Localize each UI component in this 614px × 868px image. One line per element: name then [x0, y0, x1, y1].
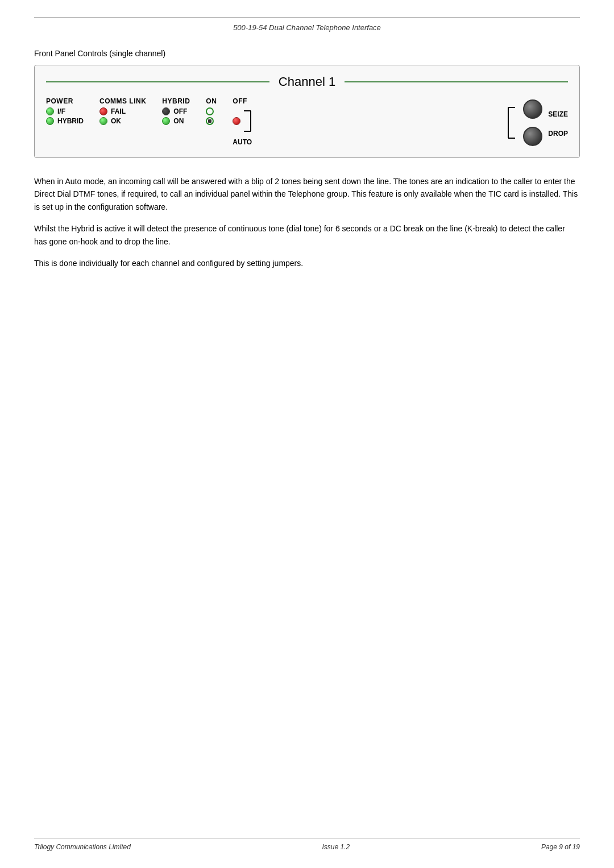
comms-link-group: COMMS LINK FAIL OK: [99, 97, 146, 127]
seize-label: SEIZE: [548, 110, 568, 118]
off-led-row: AUTO: [233, 109, 254, 146]
hybrid-group: HYBRID OFF ON: [162, 97, 190, 127]
power-group: POWER I/F HYBRID: [46, 97, 84, 127]
power-if-row: I/F: [46, 107, 65, 115]
on-group: ON: [206, 97, 217, 127]
footer-center: Issue 1.2: [322, 843, 350, 851]
comms-fail-label: FAIL: [111, 107, 126, 115]
off-led: [233, 117, 240, 125]
auto-label: AUTO: [233, 138, 252, 146]
footer-right: Page 9 of 19: [541, 843, 580, 851]
body-para-2: Whilst the Hybrid is active it will dete…: [34, 222, 580, 248]
drop-button[interactable]: [523, 127, 542, 146]
comms-fail-led: [99, 107, 107, 115]
hybrid-off-label: OFF: [173, 107, 187, 115]
off-group: OFF A: [233, 97, 254, 148]
on-top-row: [206, 107, 214, 115]
power-if-led: [46, 107, 54, 115]
off-bracket-svg: [243, 109, 254, 134]
comms-ok-row: OK: [99, 117, 121, 125]
channel-title: Channel 1: [269, 74, 345, 89]
comms-fail-row: FAIL: [99, 107, 126, 115]
panel-diagram: Channel 1 POWER I/F HYBRID COMMS LINK: [34, 65, 580, 158]
power-hybrid-led: [46, 117, 54, 125]
drop-label: DROP: [548, 130, 568, 138]
channel-line-right: [345, 81, 568, 82]
hybrid-on-row: ON: [162, 117, 184, 125]
header-rule: [34, 17, 580, 18]
channel-header: Channel 1: [46, 74, 568, 89]
hybrid-on-label: ON: [173, 117, 184, 125]
seize-drop-section: SEIZE DROP: [507, 97, 568, 148]
document-title: 500-19-54 Dual Channel Telephone Interfa…: [34, 23, 580, 32]
comms-ok-led: [99, 117, 107, 125]
seize-drop-bracket: [507, 97, 520, 148]
hybrid-off-led: [162, 107, 170, 115]
footer-left: Trilogy Communications Limited: [34, 843, 131, 851]
on-bottom-led: [206, 117, 214, 125]
off-group-label: OFF: [233, 97, 247, 105]
power-hybrid-label: HYBRID: [57, 117, 84, 125]
hybrid-on-led: [162, 117, 170, 125]
on-group-label: ON: [206, 97, 217, 105]
channel-line-left: [46, 81, 269, 82]
hybrid-off-row: OFF: [162, 107, 187, 115]
body-para-3: This is done individually for each chann…: [34, 257, 580, 269]
body-para-1: When in Auto mode, an incoming call will…: [34, 175, 580, 213]
comms-ok-label: OK: [111, 117, 121, 125]
section-label: Front Panel Controls (single channel): [34, 49, 580, 58]
power-hybrid-row: HYBRID: [46, 117, 84, 125]
power-label: POWER: [46, 97, 73, 105]
on-bottom-row: [206, 117, 214, 125]
footer: Trilogy Communications Limited Issue 1.2…: [34, 838, 580, 851]
power-if-label: I/F: [57, 107, 65, 115]
seize-button[interactable]: [523, 99, 542, 119]
on-top-led: [206, 107, 214, 115]
hybrid-label: HYBRID: [162, 97, 190, 105]
comms-link-label: COMMS LINK: [99, 97, 146, 105]
controls-outer: POWER I/F HYBRID COMMS LINK FAIL: [46, 97, 568, 148]
